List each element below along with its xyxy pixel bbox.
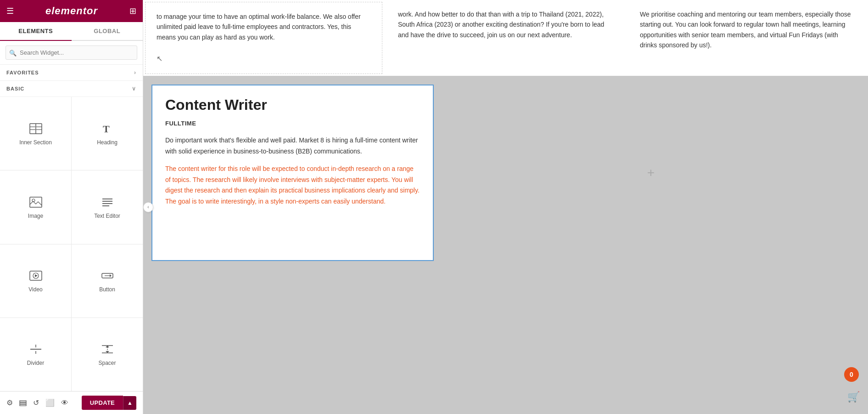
top-text-3: We prioritise coaching and mentoring our…	[640, 9, 854, 51]
top-col-1: to manage your time to have an optimal w…	[145, 2, 382, 74]
top-text-2: work. And how better to do that than wit…	[398, 9, 612, 40]
sidebar: ☰ elementor ⊞ ELEMENTS GLOBAL 🔍 FAVORITE…	[0, 0, 143, 414]
image-label: Image	[28, 213, 43, 219]
video-label: Video	[28, 286, 42, 293]
update-button-group: UPDATE ▲	[82, 396, 136, 410]
widget-divider[interactable]: Divider	[0, 318, 71, 391]
favorites-chevron-icon: ›	[134, 69, 136, 76]
sidebar-tabs: ELEMENTS GLOBAL	[0, 22, 143, 41]
svg-rect-29	[20, 404, 26, 406]
top-text-1: to manage your time to have an optimal w…	[157, 11, 371, 42]
job-title: Content Writer	[165, 96, 420, 113]
svg-rect-28	[20, 403, 26, 404]
widget-button[interactable]: Button	[72, 244, 143, 318]
svg-point-8	[32, 199, 35, 202]
job-type: FULLTIME	[165, 120, 420, 127]
main-canvas: to manage your time to have an optimal w…	[143, 0, 868, 414]
update-dropdown-button[interactable]: ▲	[123, 396, 136, 410]
svg-marker-15	[35, 274, 38, 277]
widget-text-editor[interactable]: Text Editor	[72, 170, 143, 244]
top-col-3: We prioritise coaching and mentoring our…	[626, 0, 868, 76]
svg-rect-27	[20, 401, 26, 402]
top-col-2: work. And how better to do that than wit…	[384, 0, 626, 76]
widget-grid: Inner Section T Heading Image	[0, 97, 143, 391]
favorites-section-header[interactable]: FAVORITES ›	[0, 65, 143, 81]
text-editor-label: Text Editor	[94, 213, 120, 219]
svg-marker-18	[110, 274, 112, 277]
preview-icon[interactable]: 👁	[61, 399, 68, 407]
text-editor-icon	[101, 195, 114, 209]
basic-label: BASIC	[6, 86, 24, 91]
basic-chevron-icon: ∨	[132, 85, 136, 92]
video-icon	[29, 269, 42, 283]
update-button[interactable]: UPDATE	[82, 396, 123, 410]
sidebar-collapse-button[interactable]: ‹	[143, 202, 153, 212]
page-template-icon[interactable]: ⬜	[45, 398, 55, 407]
widget-image[interactable]: Image	[0, 170, 71, 244]
cursor-pointer: ↖	[157, 55, 162, 62]
sidebar-header: ☰ elementor ⊞	[0, 0, 143, 22]
spacer-icon	[101, 342, 114, 356]
divider-icon	[29, 342, 42, 356]
heading-icon: T	[101, 122, 114, 136]
canvas-area: to manage your time to have an optimal w…	[143, 0, 868, 269]
basic-section-header[interactable]: BASIC ∨	[0, 81, 143, 97]
grid-icon[interactable]: ⊞	[129, 6, 136, 16]
layers-icon[interactable]	[19, 399, 27, 407]
empty-column[interactable]: +	[434, 76, 868, 269]
svg-rect-7	[30, 197, 42, 207]
button-label: Button	[99, 286, 115, 293]
settings-icon[interactable]: ⚙	[6, 398, 13, 407]
bottom-icons-group: ⚙ ↺ ⬜ 👁	[6, 398, 68, 407]
image-icon	[29, 195, 42, 209]
job-listing-column: Content Writer FULLTIME Do important wor…	[151, 85, 434, 261]
job-desc-1: Do important work that's flexible and we…	[165, 135, 420, 157]
widget-heading[interactable]: T Heading	[72, 97, 143, 170]
divider-label: Divider	[27, 360, 44, 366]
spacer-label: Spacer	[98, 360, 116, 366]
tab-global[interactable]: GLOBAL	[72, 22, 143, 40]
inner-section-icon	[29, 122, 42, 136]
tab-elements[interactable]: ELEMENTS	[0, 22, 72, 41]
hamburger-icon[interactable]: ☰	[6, 6, 14, 16]
elementor-logo: elementor	[45, 5, 98, 17]
history-icon[interactable]: ↺	[33, 398, 39, 407]
widget-spacer[interactable]: Spacer	[72, 318, 143, 391]
bottom-section: Content Writer FULLTIME Do important wor…	[143, 76, 868, 269]
search-input[interactable]	[6, 45, 137, 60]
search-area: 🔍	[0, 41, 143, 65]
search-icon: 🔍	[9, 49, 17, 56]
button-icon	[101, 269, 114, 283]
sidebar-bottom-toolbar: ⚙ ↺ ⬜ 👁 UPDATE ▲	[0, 391, 143, 414]
job-desc-2: The content writer for this role will be…	[165, 164, 420, 207]
add-content-icon[interactable]: +	[647, 165, 655, 180]
inner-section-label: Inner Section	[19, 139, 52, 146]
notification-badge[interactable]: 0	[844, 367, 859, 382]
widget-inner-section[interactable]: Inner Section	[0, 97, 71, 170]
heading-label: Heading	[97, 139, 118, 146]
cart-icon[interactable]: 🛒	[847, 391, 860, 403]
svg-text:T: T	[103, 123, 110, 135]
widget-video[interactable]: Video	[0, 244, 71, 318]
top-section: to manage your time to have an optimal w…	[143, 0, 868, 76]
favorites-label: FAVORITES	[6, 70, 39, 75]
